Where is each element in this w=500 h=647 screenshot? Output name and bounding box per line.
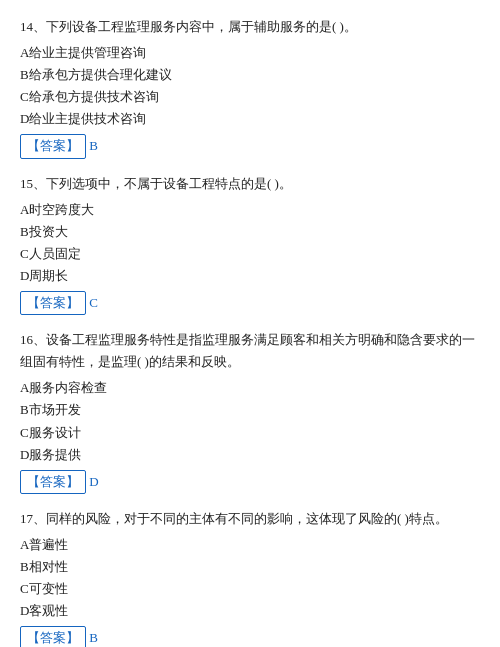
option-15-B: B投资大	[20, 221, 480, 243]
answer-label-15: 【答案】	[20, 291, 86, 315]
answer-value-15: C	[86, 295, 98, 310]
option-15-C: C人员固定	[20, 243, 480, 265]
option-15-D: D周期长	[20, 265, 480, 287]
option-14-D: D给业主提供技术咨询	[20, 108, 480, 130]
question-text-17: 17、同样的风险，对于不同的主体有不同的影响，这体现了风险的( )特点。	[20, 508, 480, 530]
question-text-16: 16、设备工程监理服务特性是指监理服务满足顾客和相关方明确和隐含要求的一组固有特…	[20, 329, 480, 373]
option-17-D: D客观性	[20, 600, 480, 622]
answer-block-14: 【答案】 B	[20, 134, 480, 158]
answer-block-17: 【答案】 B	[20, 626, 480, 647]
question-text-14: 14、下列设备工程监理服务内容中，属于辅助服务的是( )。	[20, 16, 480, 38]
questions-container: 14、下列设备工程监理服务内容中，属于辅助服务的是( )。A给业主提供管理咨询B…	[20, 16, 480, 647]
option-16-B: B市场开发	[20, 399, 480, 421]
option-17-C: C可变性	[20, 578, 480, 600]
answer-label-14: 【答案】	[20, 134, 86, 158]
option-17-A: A普遍性	[20, 534, 480, 556]
answer-value-16: D	[86, 474, 99, 489]
answer-value-14: B	[86, 138, 98, 153]
option-16-C: C服务设计	[20, 422, 480, 444]
option-17-B: B相对性	[20, 556, 480, 578]
answer-value-17: B	[86, 630, 98, 645]
option-14-A: A给业主提供管理咨询	[20, 42, 480, 64]
question-block-16: 16、设备工程监理服务特性是指监理服务满足顾客和相关方明确和隐含要求的一组固有特…	[20, 329, 480, 494]
option-15-A: A时空跨度大	[20, 199, 480, 221]
answer-block-16: 【答案】 D	[20, 470, 480, 494]
answer-label-16: 【答案】	[20, 470, 86, 494]
option-16-A: A服务内容检查	[20, 377, 480, 399]
question-block-14: 14、下列设备工程监理服务内容中，属于辅助服务的是( )。A给业主提供管理咨询B…	[20, 16, 480, 159]
question-block-15: 15、下列选项中，不属于设备工程特点的是( )。A时空跨度大B投资大C人员固定D…	[20, 173, 480, 316]
option-14-B: B给承包方提供合理化建议	[20, 64, 480, 86]
question-text-15: 15、下列选项中，不属于设备工程特点的是( )。	[20, 173, 480, 195]
option-14-C: C给承包方提供技术咨询	[20, 86, 480, 108]
option-16-D: D服务提供	[20, 444, 480, 466]
answer-block-15: 【答案】 C	[20, 291, 480, 315]
question-block-17: 17、同样的风险，对于不同的主体有不同的影响，这体现了风险的( )特点。A普遍性…	[20, 508, 480, 647]
answer-label-17: 【答案】	[20, 626, 86, 647]
